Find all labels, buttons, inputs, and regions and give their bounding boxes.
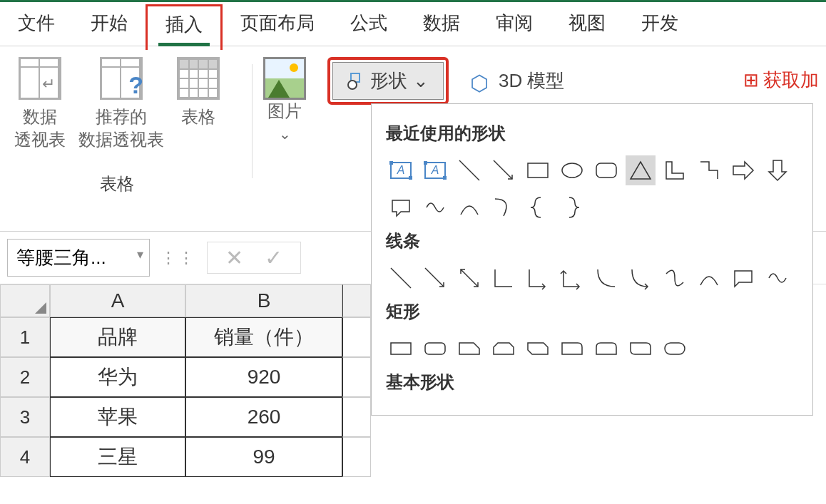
picture-icon bbox=[263, 57, 306, 100]
svg-line-0 bbox=[459, 160, 479, 180]
cube-icon: ⬡ bbox=[470, 71, 491, 92]
line-elbow-double[interactable] bbox=[557, 263, 587, 293]
shape-rectangle[interactable] bbox=[523, 155, 553, 185]
tab-developer[interactable]: 开发 bbox=[623, 5, 696, 48]
ribbon: ↵ 数据 透视表 ? 推荐的 数据透视表 表格 bbox=[0, 46, 826, 232]
line-curve2[interactable] bbox=[626, 263, 656, 293]
svg-line-1 bbox=[494, 160, 512, 179]
addins-icon: ⊞ bbox=[743, 69, 759, 91]
shape-textbox-vertical[interactable]: A bbox=[420, 155, 450, 185]
shape-l[interactable] bbox=[660, 155, 690, 185]
col-header[interactable]: B bbox=[185, 284, 342, 317]
pictures-button[interactable]: 图片 ⌄ bbox=[263, 57, 306, 224]
shape-left-brace[interactable] bbox=[523, 192, 553, 222]
svg-point-3 bbox=[562, 163, 582, 178]
fx-expand[interactable]: ⋮⋮ bbox=[160, 249, 196, 267]
svg-line-7 bbox=[425, 268, 444, 287]
cell[interactable]: 华为 bbox=[50, 357, 185, 397]
shape-arc[interactable] bbox=[454, 192, 484, 222]
rect-round2-diag[interactable] bbox=[626, 334, 656, 364]
table-icon bbox=[177, 57, 220, 100]
shape-arrow-right[interactable] bbox=[728, 155, 758, 185]
tab-data[interactable]: 数据 bbox=[405, 5, 478, 48]
svg-rect-11 bbox=[665, 343, 685, 354]
line-elbow[interactable] bbox=[489, 263, 519, 293]
line-scribble[interactable] bbox=[763, 263, 792, 293]
shapes-button-highlight: 形状 ⌄ bbox=[327, 57, 449, 105]
rect-snip2[interactable] bbox=[489, 334, 519, 364]
section-lines: 线条 bbox=[386, 230, 798, 252]
row-header[interactable]: 3 bbox=[0, 397, 50, 437]
cell[interactable] bbox=[342, 357, 371, 397]
cell[interactable] bbox=[342, 317, 371, 357]
tab-home[interactable]: 开始 bbox=[73, 5, 146, 48]
shape-oval[interactable] bbox=[557, 155, 587, 185]
shape-arrow-down[interactable] bbox=[763, 155, 792, 185]
shapes-button[interactable]: 形状 ⌄ bbox=[332, 62, 444, 100]
svg-rect-10 bbox=[425, 343, 445, 354]
cell[interactable] bbox=[342, 437, 371, 477]
line-freeform[interactable] bbox=[728, 263, 758, 293]
chevron-down-icon: ⌄ bbox=[413, 70, 429, 92]
shape-callout[interactable] bbox=[386, 192, 416, 222]
svg-rect-9 bbox=[391, 343, 411, 354]
rect-rounded[interactable] bbox=[420, 334, 450, 364]
rect-normal[interactable] bbox=[386, 334, 416, 364]
tab-review[interactable]: 审阅 bbox=[478, 5, 551, 48]
line-curve1[interactable] bbox=[591, 263, 621, 293]
recommended-pivot-icon: ? bbox=[100, 57, 143, 100]
shape-curve[interactable] bbox=[489, 192, 519, 222]
recommended-pivot-button[interactable]: ? 推荐的 数据透视表 bbox=[78, 57, 164, 151]
row-header[interactable]: 4 bbox=[0, 437, 50, 477]
tab-formulas[interactable]: 公式 bbox=[332, 5, 405, 48]
col-header[interactable]: A bbox=[50, 284, 185, 317]
tab-view[interactable]: 视图 bbox=[551, 5, 623, 48]
row-header[interactable]: 1 bbox=[0, 317, 50, 357]
shape-step[interactable] bbox=[694, 155, 724, 185]
row-header[interactable]: 2 bbox=[0, 357, 50, 397]
svg-rect-2 bbox=[528, 163, 548, 178]
cell[interactable]: 260 bbox=[185, 397, 342, 437]
cell[interactable]: 品牌 bbox=[50, 317, 185, 357]
shape-textbox[interactable]: A bbox=[386, 155, 416, 185]
rect-snip-diag[interactable] bbox=[523, 334, 553, 364]
rect-round-all[interactable] bbox=[660, 334, 690, 364]
line-double-arrow[interactable] bbox=[454, 263, 484, 293]
chevron-down-icon: ⌄ bbox=[279, 125, 291, 143]
line-curve3[interactable] bbox=[660, 263, 690, 293]
svg-line-8 bbox=[461, 269, 478, 287]
line-elbow-arrow[interactable] bbox=[523, 263, 553, 293]
table-button[interactable]: 表格 bbox=[177, 57, 220, 151]
cell[interactable]: 920 bbox=[185, 357, 342, 397]
shapes-dropdown-panel: 最近使用的形状 A A 线条 bbox=[371, 103, 813, 416]
line-freeform-arc[interactable] bbox=[694, 263, 724, 293]
select-all-corner[interactable] bbox=[0, 284, 50, 317]
rect-snip1[interactable] bbox=[454, 334, 484, 364]
shape-triangle[interactable] bbox=[626, 155, 656, 185]
cell[interactable]: 99 bbox=[185, 437, 342, 477]
tab-pagelayout[interactable]: 页面布局 bbox=[223, 5, 332, 48]
cell[interactable]: 销量（件） bbox=[185, 317, 342, 357]
cell[interactable]: 三星 bbox=[50, 437, 185, 477]
rect-round1[interactable] bbox=[557, 334, 587, 364]
cell[interactable] bbox=[342, 397, 371, 437]
cell[interactable]: 苹果 bbox=[50, 397, 185, 437]
line-arrow[interactable] bbox=[420, 263, 450, 293]
col-header[interactable] bbox=[342, 284, 371, 317]
section-recent: 最近使用的形状 bbox=[386, 122, 798, 145]
rect-round2-same[interactable] bbox=[591, 334, 621, 364]
line-straight[interactable] bbox=[386, 263, 416, 293]
shape-scribble[interactable] bbox=[420, 192, 450, 222]
shape-line[interactable] bbox=[454, 155, 484, 185]
shape-rounded-rectangle[interactable] bbox=[591, 155, 621, 185]
tab-insert[interactable]: 插入 bbox=[146, 4, 223, 50]
shape-right-brace[interactable] bbox=[557, 192, 587, 222]
3d-model-button[interactable]: ⬡ 3D 模型 bbox=[470, 68, 564, 93]
shape-arrow-line[interactable] bbox=[489, 155, 519, 185]
get-addins-button[interactable]: ⊞ 获取加 bbox=[743, 68, 819, 93]
formula-enter[interactable]: ✓ bbox=[254, 245, 293, 270]
formula-cancel[interactable]: ✕ bbox=[215, 245, 254, 270]
pivot-table-button[interactable]: ↵ 数据 透视表 bbox=[14, 57, 66, 151]
tab-file[interactable]: 文件 bbox=[0, 5, 73, 48]
name-box[interactable]: 等腰三角... bbox=[7, 239, 150, 277]
